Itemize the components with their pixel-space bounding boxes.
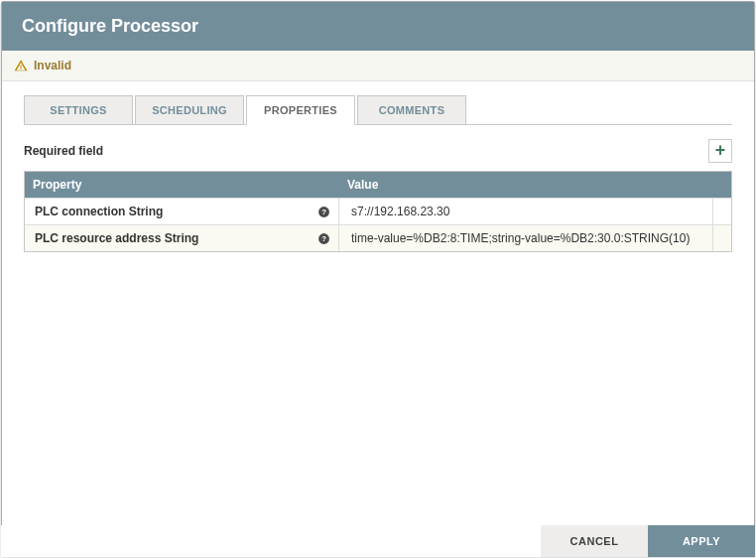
help-icon[interactable]: ?	[317, 232, 330, 245]
warning-icon	[14, 59, 28, 72]
dialog-content: SETTINGS SCHEDULING PROPERTIES COMMENTS …	[2, 81, 754, 556]
header-property: Property	[25, 172, 339, 198]
header-spacer	[713, 172, 731, 198]
svg-text:?: ?	[321, 234, 326, 243]
property-name: PLC resource address String	[35, 231, 198, 245]
tab-scheduling[interactable]: SCHEDULING	[135, 95, 244, 124]
apply-button[interactable]: APPLY	[648, 525, 755, 557]
tab-properties[interactable]: PROPERTIES	[246, 95, 355, 125]
property-name-cell: PLC connection String ?	[25, 199, 339, 224]
table-row[interactable]: PLC connection String ? s7://192.168.23.…	[25, 198, 731, 224]
status-text: Invalid	[34, 59, 71, 72]
add-property-button[interactable]: +	[708, 139, 732, 163]
tab-bar: SETTINGS SCHEDULING PROPERTIES COMMENTS	[24, 95, 732, 125]
property-value-cell[interactable]: time-value=%DB2:8:TIME;string-value=%DB2…	[339, 225, 713, 251]
table-header: Property Value	[25, 172, 731, 198]
property-name: PLC connection String	[35, 205, 163, 218]
required-field-label: Required field	[24, 144, 103, 158]
dialog-footer: CANCEL APPLY	[1, 525, 755, 557]
property-value-cell[interactable]: s7://192.168.23.30	[339, 199, 713, 224]
dialog-title: Configure Processor	[2, 2, 754, 51]
property-name-cell: PLC resource address String ?	[25, 225, 339, 251]
tab-comments[interactable]: COMMENTS	[357, 95, 466, 124]
cancel-button[interactable]: CANCEL	[541, 525, 648, 557]
header-value: Value	[339, 172, 713, 198]
status-bar: Invalid	[2, 51, 754, 81]
help-icon[interactable]: ?	[317, 206, 330, 218]
section-header-row: Required field +	[24, 139, 732, 163]
svg-text:?: ?	[321, 208, 326, 216]
row-spacer	[713, 232, 731, 244]
properties-table: Property Value PLC connection String ? s…	[24, 171, 732, 252]
table-row[interactable]: PLC resource address String ? time-value…	[25, 224, 731, 251]
row-spacer	[713, 206, 731, 217]
configure-processor-dialog: Configure Processor Invalid SETTINGS SCH…	[1, 1, 755, 557]
tab-settings[interactable]: SETTINGS	[24, 95, 133, 124]
